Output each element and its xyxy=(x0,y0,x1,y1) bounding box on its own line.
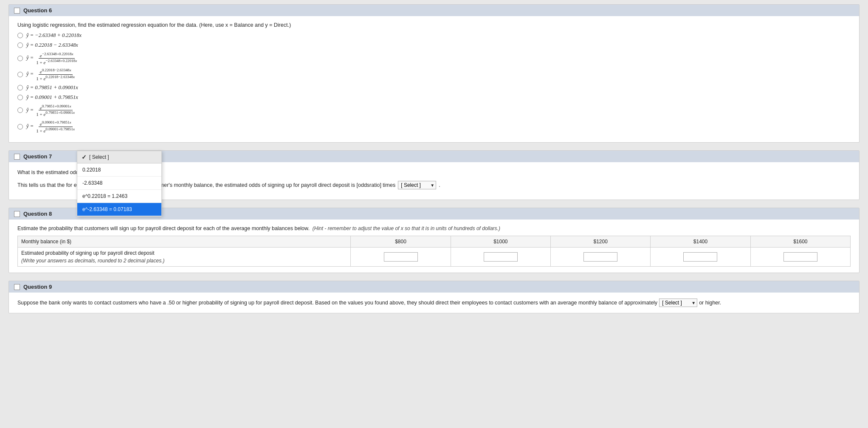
q6-label-d: ŷ = e0.22018−2.63348x 1 + e0.22018−2.633… xyxy=(26,68,76,81)
input-1600[interactable] xyxy=(783,252,817,262)
q6-radio-c[interactable] xyxy=(17,56,23,61)
q6-label-g: ŷ = e0.79851+0.09001x 1 + e0.79851+0.090… xyxy=(26,104,76,117)
popup-item-4[interactable]: e^-2.63348 = 0.07183 xyxy=(77,203,161,216)
table-header-row: Monthly balance (in $) $800 $1000 $1200 … xyxy=(18,236,851,248)
q6-radio-e[interactable] xyxy=(17,85,23,90)
question-9-header: Question 9 xyxy=(9,281,859,293)
input-1400[interactable] xyxy=(683,252,717,262)
table-cell-1400 xyxy=(651,248,750,267)
q6-option-c[interactable]: ŷ = e−2.63348+0.22018x 1 + e−2.63348+0.2… xyxy=(17,52,851,65)
q7-row2-middle: in a customer's monthly balance, the est… xyxy=(137,182,395,188)
q6-option-f[interactable]: ŷ = 0.09001 + 0.79851x xyxy=(17,94,851,101)
question-9-body: Suppose the bank only wants to contact c… xyxy=(9,293,859,313)
q6-radio-a[interactable] xyxy=(17,33,23,38)
q7-select3-wrapper[interactable]: [ Select ] greater less ▼ xyxy=(398,181,436,189)
q9-select[interactable]: [ Select ] $800 $1000 $1200 $1400 $1600 xyxy=(659,298,697,307)
question-8-title: Question 8 xyxy=(23,211,52,217)
question-8-hint: (Hint - remember to adjust the value of … xyxy=(311,225,500,231)
q6-radio-b[interactable] xyxy=(17,42,23,48)
q7-select3[interactable]: [ Select ] greater less xyxy=(398,181,436,189)
q7-row2-suffix: . xyxy=(439,182,440,188)
table-cell-1600 xyxy=(750,248,850,267)
question-6-header: Question 6 xyxy=(9,5,859,16)
question-8-prompt: Estimate the probability that customers … xyxy=(17,225,851,231)
table-col-1200: $1200 xyxy=(551,236,651,248)
table-col-800: $800 xyxy=(351,236,451,248)
q6-label-e: ŷ = 0.79851 + 0.09001x xyxy=(26,84,78,91)
question-7-checkbox[interactable] xyxy=(14,154,20,160)
q6-radio-f[interactable] xyxy=(17,95,23,100)
question-7-block: Question 7 What is the estimated odds ra… xyxy=(8,150,860,200)
question-9-title: Question 9 xyxy=(23,284,52,290)
q6-label-a: ŷ = −2.63348 + 0.22018x xyxy=(26,32,82,39)
q6-label-b: ŷ = 0.22018 − 2.63348x xyxy=(26,42,78,48)
question-9-block: Question 9 Suppose the bank only wants t… xyxy=(8,281,860,313)
question-6-body: Using logistic regression, find the esti… xyxy=(9,16,859,142)
question-8-checkbox[interactable] xyxy=(14,211,20,217)
question-8-table: Monthly balance (in $) $800 $1000 $1200 … xyxy=(17,236,851,267)
question-6-title: Question 6 xyxy=(23,7,52,14)
q6-fraction-g: e0.79851+0.09001x 1 + e0.79851+0.09001x xyxy=(35,104,76,117)
popup-header: ✓ [ Select ] xyxy=(77,151,161,163)
question-6-checkbox[interactable] xyxy=(14,8,20,14)
q6-radio-g[interactable] xyxy=(17,107,23,113)
popup-header-label: [ Select ] xyxy=(89,154,109,160)
table-cell-800 xyxy=(351,248,451,267)
q6-fraction-h: e0.09001+0.79851x 1 + e0.09001+0.79851x xyxy=(35,120,76,133)
q7-dropdown-popup: ✓ [ Select ] 0.22018 -2.63348 e^0.22018 … xyxy=(77,151,162,217)
table-cell-1200 xyxy=(551,248,651,267)
question-7-title: Question 7 xyxy=(23,153,52,160)
q6-label-h: ŷ = e0.09001+0.79851x 1 + e0.09001+0.798… xyxy=(26,120,76,133)
popup-item-3[interactable]: e^0.22018 = 1.2463 xyxy=(77,190,161,203)
popup-item-2[interactable]: -2.63348 xyxy=(77,177,161,190)
table-col-1600: $1600 xyxy=(750,236,850,248)
write-note: (Write your answers as decimals, rounded… xyxy=(21,258,347,264)
q9-select-wrapper[interactable]: [ Select ] $800 $1000 $1200 $1400 $1600 … xyxy=(659,298,697,307)
q6-label-f: ŷ = 0.09001 + 0.79851x xyxy=(26,94,78,101)
q6-option-h[interactable]: ŷ = e0.09001+0.79851x 1 + e0.09001+0.798… xyxy=(17,120,851,133)
question-8-block: Question 8 Estimate the probability that… xyxy=(8,208,860,273)
q6-radio-h[interactable] xyxy=(17,124,23,130)
q7-row2-prefix: This tells us that the for every xyxy=(17,182,87,188)
q6-radio-d[interactable] xyxy=(17,72,23,77)
q6-option-b[interactable]: ŷ = 0.22018 − 2.63348x xyxy=(17,42,851,48)
question-6-prompt: Using logistic regression, find the esti… xyxy=(17,22,851,28)
table-row-probability: Estimated probability of signing up for … xyxy=(18,248,851,267)
q6-fraction-d: e0.22018−2.63348x 1 + e0.22018−2.63348x xyxy=(35,68,76,81)
table-col-1000: $1000 xyxy=(451,236,550,248)
q6-option-g[interactable]: ŷ = e0.79851+0.09001x 1 + e0.79851+0.090… xyxy=(17,104,851,117)
table-col-label: Monthly balance (in $) xyxy=(18,236,351,248)
question-6-block: Question 6 Using logistic regression, fi… xyxy=(8,4,860,143)
input-1000[interactable] xyxy=(484,252,518,262)
table-col-1400: $1400 xyxy=(651,236,750,248)
q9-prompt-suffix: or higher. xyxy=(699,300,721,306)
input-1200[interactable] xyxy=(583,252,617,262)
popup-item-1[interactable]: 0.22018 xyxy=(77,163,161,177)
q9-row: Suppose the bank only wants to contact c… xyxy=(17,298,851,307)
checkmark-icon: ✓ xyxy=(82,154,87,160)
table-row-prob-label: Estimated probability of signing up for … xyxy=(18,248,351,267)
q6-option-a[interactable]: ŷ = −2.63348 + 0.22018x xyxy=(17,32,851,39)
q9-prompt-prefix: Suppose the bank only wants to contact c… xyxy=(17,300,657,306)
input-800[interactable] xyxy=(384,252,418,262)
q6-option-d[interactable]: ŷ = e0.22018−2.63348x 1 + e0.22018−2.633… xyxy=(17,68,851,81)
q6-label-c: ŷ = e−2.63348+0.22018x 1 + e−2.63348+0.2… xyxy=(26,52,78,65)
question-8-body: Estimate the probability that customers … xyxy=(9,220,859,273)
q6-fraction-c: e−2.63348+0.22018x 1 + e−2.63348+0.22018… xyxy=(35,52,78,65)
q6-option-e[interactable]: ŷ = 0.79851 + 0.09001x xyxy=(17,84,851,91)
question-7-body: What is the estimated odds ratio? [ Sele… xyxy=(9,162,859,200)
table-cell-1000 xyxy=(451,248,550,267)
question-9-checkbox[interactable] xyxy=(14,284,20,290)
